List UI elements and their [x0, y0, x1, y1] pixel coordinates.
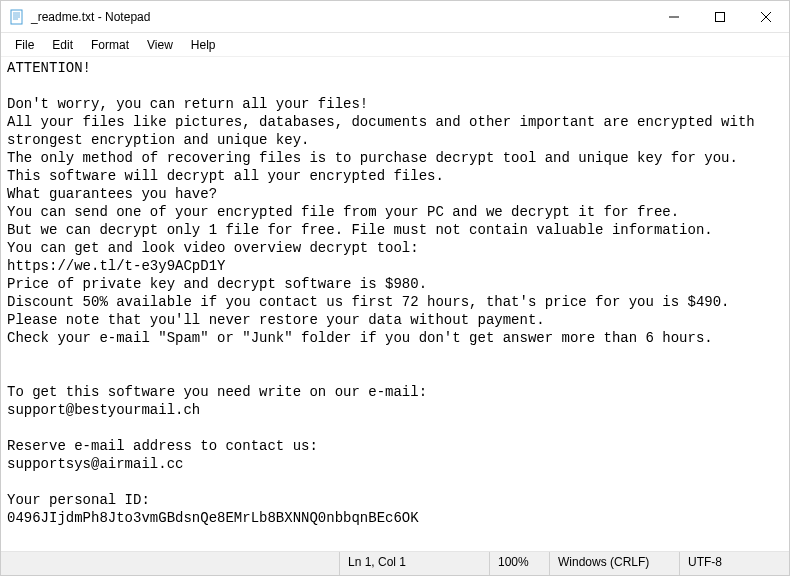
statusbar: Ln 1, Col 1 100% Windows (CRLF) UTF-8	[1, 551, 789, 575]
titlebar: _readme.txt - Notepad	[1, 1, 789, 33]
window-title: _readme.txt - Notepad	[31, 10, 150, 24]
maximize-button[interactable]	[697, 1, 743, 32]
status-encoding: UTF-8	[679, 552, 789, 575]
notepad-window: _readme.txt - Notepad File Edit Format V…	[0, 0, 790, 576]
minimize-button[interactable]	[651, 1, 697, 32]
menu-view[interactable]: View	[139, 35, 181, 55]
window-controls	[651, 1, 789, 32]
titlebar-left: _readme.txt - Notepad	[1, 9, 150, 25]
status-eol: Windows (CRLF)	[549, 552, 679, 575]
svg-rect-6	[716, 12, 725, 21]
menu-help[interactable]: Help	[183, 35, 224, 55]
status-zoom: 100%	[489, 552, 549, 575]
notepad-icon	[9, 9, 25, 25]
menu-format[interactable]: Format	[83, 35, 137, 55]
status-spacer	[1, 552, 339, 575]
menubar: File Edit Format View Help	[1, 33, 789, 57]
close-button[interactable]	[743, 1, 789, 32]
text-area[interactable]: ATTENTION! Don't worry, you can return a…	[1, 57, 789, 551]
menu-edit[interactable]: Edit	[44, 35, 81, 55]
status-position: Ln 1, Col 1	[339, 552, 489, 575]
menu-file[interactable]: File	[7, 35, 42, 55]
